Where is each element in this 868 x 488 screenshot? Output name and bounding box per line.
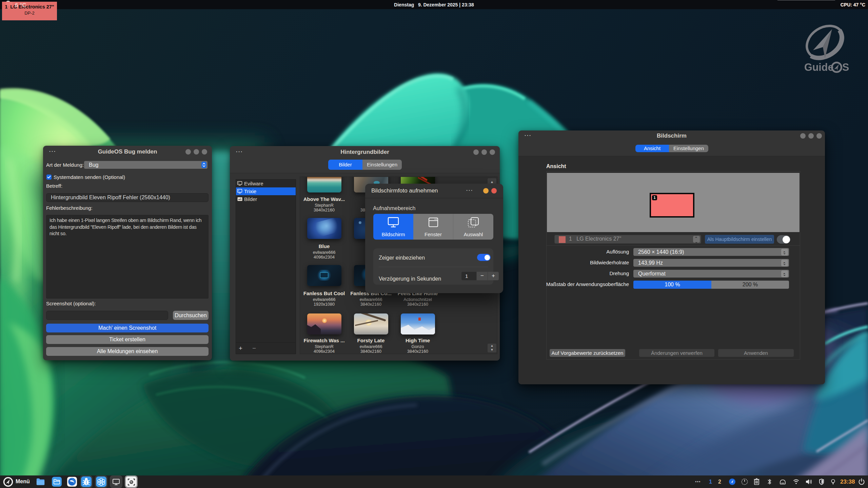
svg-text:Guide: Guide xyxy=(804,61,833,73)
svg-text:S: S xyxy=(842,61,849,73)
